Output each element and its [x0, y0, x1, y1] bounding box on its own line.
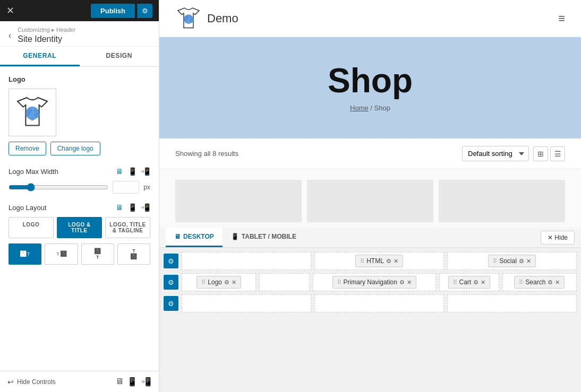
layout-icon-1[interactable]: 🅰T [8, 243, 41, 265]
desktop-tab-label: DESKTOP [183, 233, 214, 240]
search-item-gear[interactable]: ⚙ [548, 279, 553, 286]
social-drag-icon[interactable]: ⠿ [493, 258, 497, 265]
grid-view-button[interactable]: ⊞ [533, 146, 548, 161]
svg-point-9 [184, 18, 187, 21]
remove-logo-button[interactable]: Remove [8, 142, 46, 155]
cart-item-close[interactable]: ✕ [481, 279, 485, 286]
hide-builder-button[interactable]: ✕ Hide [541, 231, 575, 245]
left-panel: ✕ Publish ⚙ ‹ Customizing ▸ Header Site … [0, 0, 159, 392]
bottom-tablet-icon[interactable]: 📱 [127, 377, 138, 387]
logo-item: ⠿ Logo ⚙ ✕ [196, 276, 241, 289]
row2-zone2 [259, 273, 309, 291]
search-item-label: Search [525, 278, 545, 286]
layout-desktop-icon[interactable]: 🖥 [114, 202, 125, 213]
breadcrumb-info: Customizing ▸ Header Site Identity [18, 27, 75, 44]
search-drag-icon[interactable]: ⠿ [519, 279, 523, 286]
tablet-mobile-tab-icon: 📱 [231, 233, 239, 240]
publish-settings-button[interactable]: ⚙ [137, 4, 152, 18]
search-item-close[interactable]: ✕ [555, 279, 560, 286]
cart-item-gear[interactable]: ⚙ [473, 279, 479, 286]
builder-row-1: ⚙ ⠿ HTML ⚙ ✕ ⠿ Social ⚙ ✕ [164, 252, 577, 270]
breadcrumb-home-link[interactable]: Home [350, 104, 369, 112]
logo-max-width-header: Logo Max Width 🖥 📱 📲 [8, 166, 150, 177]
html-drag-icon[interactable]: ⠿ [360, 258, 364, 265]
logo-buttons: Remove Change logo [8, 142, 150, 155]
back-button[interactable]: ‹ [6, 30, 13, 41]
breadcrumb-current: Shop [374, 104, 390, 112]
html-item-close[interactable]: ✕ [394, 258, 398, 265]
breadcrumb-sep: / [369, 104, 374, 112]
html-item-gear[interactable]: ⚙ [386, 258, 391, 265]
row1-zone2: ⠿ HTML ⚙ ✕ [314, 252, 444, 270]
layout-icon-4[interactable]: T🅰 [117, 243, 150, 265]
tablet-icon[interactable]: 📱 [127, 166, 138, 177]
primary-nav-item-label: Primary Navigation [344, 278, 397, 286]
logo-section-label: Logo [8, 75, 150, 83]
svg-point-3 [25, 112, 30, 116]
svg-point-10 [190, 18, 194, 22]
row1-zone3: ⠿ Social ⚙ ✕ [447, 252, 577, 270]
product-placeholder-1 [175, 180, 302, 222]
row3-gear[interactable]: ⚙ [164, 296, 178, 311]
logo-layout-options: LOGO LOGO & TITLE LOGO, TITLE & TAGLINE [8, 217, 150, 238]
layout-icon-2[interactable]: T🅰 [45, 243, 78, 265]
logo-drag-icon[interactable]: ⠿ [201, 279, 206, 286]
layout-mobile-icon[interactable]: 📲 [140, 202, 150, 213]
svg-point-8 [190, 15, 192, 18]
row3-zone1 [182, 294, 311, 312]
site-logo-area: Demo [175, 5, 238, 32]
logo-layout-device-icons: 🖥 📱 📲 [114, 202, 150, 213]
row2-gear[interactable]: ⚙ [164, 275, 178, 290]
sort-select[interactable]: Default sorting [462, 146, 529, 161]
hamburger-icon[interactable]: ≡ [558, 12, 565, 25]
builder-tabs: 🖥 DESKTOP 📱 TABLET / MOBILE ✕ Hide [159, 228, 581, 248]
logo-icon-options: 🅰T T🅰 🅰T T🅰 [8, 243, 150, 265]
tab-desktop[interactable]: 🖥 DESKTOP [166, 228, 223, 247]
layout-tablet-icon[interactable]: 📱 [127, 202, 138, 213]
svg-point-2 [33, 108, 37, 112]
bottom-desktop-icon[interactable]: 🖥 [115, 377, 124, 387]
hero-section: Shop Home / Shop [159, 37, 581, 138]
desktop-icon[interactable]: 🖥 [114, 166, 125, 177]
svg-point-4 [34, 112, 40, 118]
layout-logo-title-tagline[interactable]: LOGO, TITLE & TAGLINE [105, 217, 150, 238]
primary-nav-drag-icon[interactable]: ⠿ [337, 279, 341, 286]
tab-general[interactable]: GENERAL [0, 47, 80, 66]
social-item-gear[interactable]: ⚙ [519, 258, 524, 265]
hide-controls-icon: ↩ [7, 378, 14, 386]
tabs-bar: GENERAL DESIGN [0, 47, 159, 67]
tablet-mobile-tab-label: TABLET / MOBILE [242, 233, 296, 240]
header-builder: ⚙ ⠿ HTML ⚙ ✕ ⠿ Social ⚙ ✕ ⚙ [159, 248, 581, 392]
close-button[interactable]: ✕ [6, 6, 14, 15]
logo-item-close[interactable]: ✕ [232, 279, 236, 286]
publish-button[interactable]: Publish [91, 4, 135, 18]
row1-gear[interactable]: ⚙ [164, 254, 178, 268]
social-item-close[interactable]: ✕ [526, 258, 531, 265]
layout-logo-title[interactable]: LOGO & TITLE [57, 217, 102, 238]
shop-toolbar: Showing all 8 results Default sorting ⊞ … [159, 138, 581, 169]
primary-nav-item: ⠿ Primary Navigation ⚙ ✕ [332, 276, 416, 289]
cart-drag-icon[interactable]: ⠿ [453, 279, 457, 286]
bottom-mobile-icon[interactable]: 📲 [141, 377, 151, 387]
list-view-button[interactable]: ☰ [550, 146, 565, 161]
layout-logo-only[interactable]: LOGO [8, 217, 54, 238]
tab-tablet-mobile[interactable]: 📱 TABLET / MOBILE [223, 228, 305, 247]
logo-image [14, 94, 51, 131]
mobile-icon[interactable]: 📲 [140, 166, 150, 177]
primary-nav-item-close[interactable]: ✕ [407, 279, 412, 286]
view-icons: ⊞ ☰ [533, 146, 565, 161]
logo-layout-header: Logo Layout 🖥 📱 📲 [8, 202, 150, 213]
results-count: Showing all 8 results [175, 150, 238, 158]
products-row [159, 169, 581, 228]
tab-design[interactable]: DESIGN [80, 47, 159, 66]
logo-item-label: Logo [208, 278, 222, 286]
change-logo-button[interactable]: Change logo [50, 142, 100, 155]
layout-icon-3[interactable]: 🅰T [81, 243, 114, 265]
builder-row-2: ⚙ ⠿ Logo ⚙ ✕ ⠿ Primary Navigation ⚙ ✕ [164, 273, 577, 291]
primary-nav-item-gear[interactable]: ⚙ [399, 279, 405, 286]
logo-width-slider[interactable] [8, 183, 108, 191]
logo-item-gear[interactable]: ⚙ [224, 279, 229, 286]
hide-controls-button[interactable]: ↩ Hide Controls [7, 378, 56, 386]
cart-item-label: Cart [459, 278, 472, 286]
logo-width-input[interactable]: 60 [113, 181, 139, 194]
